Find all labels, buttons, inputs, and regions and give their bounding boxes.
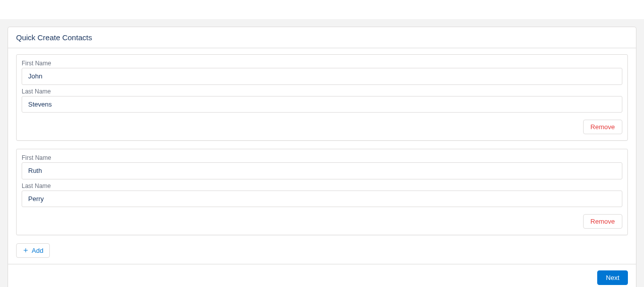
next-button[interactable]: Next bbox=[597, 270, 628, 285]
last-name-input[interactable] bbox=[22, 96, 622, 113]
last-name-label: Last Name bbox=[22, 88, 622, 95]
plus-icon bbox=[23, 247, 29, 254]
add-button[interactable]: Add bbox=[16, 243, 50, 258]
top-spacer bbox=[0, 0, 644, 19]
add-button-label: Add bbox=[32, 247, 43, 254]
card-title: Quick Create Contacts bbox=[16, 33, 628, 42]
remove-button[interactable]: Remove bbox=[583, 214, 622, 229]
card-body: First Name Last Name Remove First Name bbox=[8, 48, 636, 264]
card-header: Quick Create Contacts bbox=[8, 27, 636, 48]
page-background: Quick Create Contacts First Name Last Na… bbox=[0, 19, 644, 287]
card-footer: Next bbox=[8, 264, 636, 287]
remove-button[interactable]: Remove bbox=[583, 120, 622, 134]
first-name-group: First Name bbox=[22, 154, 622, 179]
first-name-input[interactable] bbox=[22, 68, 622, 85]
remove-row: Remove bbox=[22, 214, 622, 229]
first-name-group: First Name bbox=[22, 60, 622, 85]
first-name-label: First Name bbox=[22, 60, 622, 67]
last-name-input[interactable] bbox=[22, 190, 622, 208]
last-name-group: Last Name bbox=[22, 182, 622, 208]
first-name-input[interactable] bbox=[22, 162, 622, 179]
first-name-label: First Name bbox=[22, 154, 622, 161]
contact-row: First Name Last Name Remove bbox=[16, 54, 628, 141]
remove-row: Remove bbox=[22, 120, 622, 134]
quick-create-card: Quick Create Contacts First Name Last Na… bbox=[8, 27, 636, 287]
last-name-group: Last Name bbox=[22, 88, 622, 113]
last-name-label: Last Name bbox=[22, 182, 622, 189]
contact-row: First Name Last Name Remove bbox=[16, 149, 628, 235]
